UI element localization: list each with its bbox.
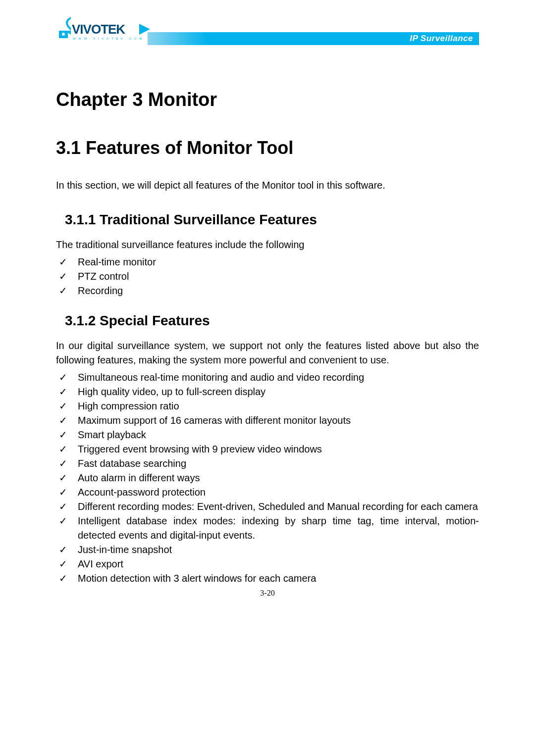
page-number: 3-20 <box>0 589 535 598</box>
list-item: ✓Intelligent database index modes: index… <box>58 514 479 543</box>
list-item: ✓Real-time monitor <box>58 255 479 269</box>
banner-text: IP Surveillance <box>410 34 473 44</box>
check-icon: ✓ <box>58 514 78 528</box>
check-icon: ✓ <box>58 413 78 428</box>
check-icon: ✓ <box>58 370 78 385</box>
list-item-text: PTZ control <box>78 269 479 284</box>
list-item-text: Just-in-time snapshot <box>78 543 479 557</box>
list-item: ✓Triggered event browsing with 9 preview… <box>58 442 479 456</box>
list-item: ✓Smart playback <box>58 428 479 442</box>
check-icon: ✓ <box>58 269 78 284</box>
check-icon: ✓ <box>58 471 78 485</box>
list-item: ✓Fast database searching <box>58 456 479 471</box>
list-item-text: Fast database searching <box>78 456 479 471</box>
check-icon: ✓ <box>58 284 78 298</box>
list-item-text: Triggered event browsing with 9 preview … <box>78 442 479 456</box>
vivotek-logo: VIVOTEK W W W . V I V O T E K . C O M <box>56 16 153 47</box>
list-item: ✓Simultaneous real-time monitoring and a… <box>58 370 479 385</box>
header: VIVOTEK W W W . V I V O T E K . C O M IP… <box>56 20 479 50</box>
chapter-title: Chapter 3 Monitor <box>56 89 479 110</box>
list-item-text: Smart playback <box>78 428 479 442</box>
list-item: ✓High quality video, up to full-screen d… <box>58 385 479 399</box>
check-icon: ✓ <box>58 428 78 442</box>
list-item-text: Account-password protection <box>78 485 479 500</box>
check-icon: ✓ <box>58 485 78 500</box>
subsection-311-list: ✓Real-time monitor ✓PTZ control ✓Recordi… <box>56 255 479 298</box>
check-icon: ✓ <box>58 500 78 514</box>
list-item: ✓Maximum support of 16 cameras with diff… <box>58 413 479 428</box>
list-item-text: Auto alarm in different ways <box>78 471 479 485</box>
check-icon: ✓ <box>58 399 78 413</box>
svg-text:VIVOTEK: VIVOTEK <box>72 22 125 37</box>
list-item: ✓Just-in-time snapshot <box>58 543 479 557</box>
list-item-text: High quality video, up to full-screen di… <box>78 385 479 399</box>
check-icon: ✓ <box>58 543 78 557</box>
list-item-text: High compression ratio <box>78 399 479 413</box>
check-icon: ✓ <box>58 571 78 586</box>
svg-point-0 <box>62 33 65 36</box>
check-icon: ✓ <box>58 442 78 456</box>
list-item-text: AVI export <box>78 557 479 571</box>
list-item-text: Maximum support of 16 cameras with diffe… <box>78 413 479 428</box>
subsection-311-lead: The traditional surveillance features in… <box>56 238 479 252</box>
subsection-312-list: ✓Simultaneous real-time monitoring and a… <box>56 370 479 586</box>
list-item-text: Recording <box>78 284 479 298</box>
svg-text:W W W . V I V O T E K . C O M: W W W . V I V O T E K . C O M <box>73 37 143 40</box>
subsection-312-title: 3.1.2 Special Features <box>56 313 479 329</box>
list-item-text: Motion detection with 3 alert windows fo… <box>78 571 479 586</box>
check-icon: ✓ <box>58 385 78 399</box>
header-banner: IP Surveillance <box>148 32 479 45</box>
list-item: ✓Recording <box>58 284 479 298</box>
list-item: ✓AVI export <box>58 557 479 571</box>
check-icon: ✓ <box>58 255 78 269</box>
list-item: ✓PTZ control <box>58 269 479 284</box>
list-item: ✓Motion detection with 3 alert windows f… <box>58 571 479 586</box>
section-intro: In this section, we will depict all feat… <box>56 178 479 192</box>
list-item: ✓Different recording modes: Event-driven… <box>58 500 479 514</box>
check-icon: ✓ <box>58 557 78 571</box>
check-icon: ✓ <box>58 456 78 471</box>
subsection-312-lead: In our digital surveillance system, we s… <box>56 339 479 367</box>
list-item: ✓High compression ratio <box>58 399 479 413</box>
subsection-311-title: 3.1.1 Traditional Surveillance Features <box>56 212 479 228</box>
list-item-text: Intelligent database index modes: indexi… <box>78 514 479 543</box>
section-title: 3.1 Features of Monitor Tool <box>56 138 479 158</box>
list-item-text: Real-time monitor <box>78 255 479 269</box>
list-item: ✓Auto alarm in different ways <box>58 471 479 485</box>
list-item-text: Different recording modes: Event-driven,… <box>78 500 479 514</box>
list-item: ✓Account-password protection <box>58 485 479 500</box>
list-item-text: Simultaneous real-time monitoring and au… <box>78 370 479 385</box>
